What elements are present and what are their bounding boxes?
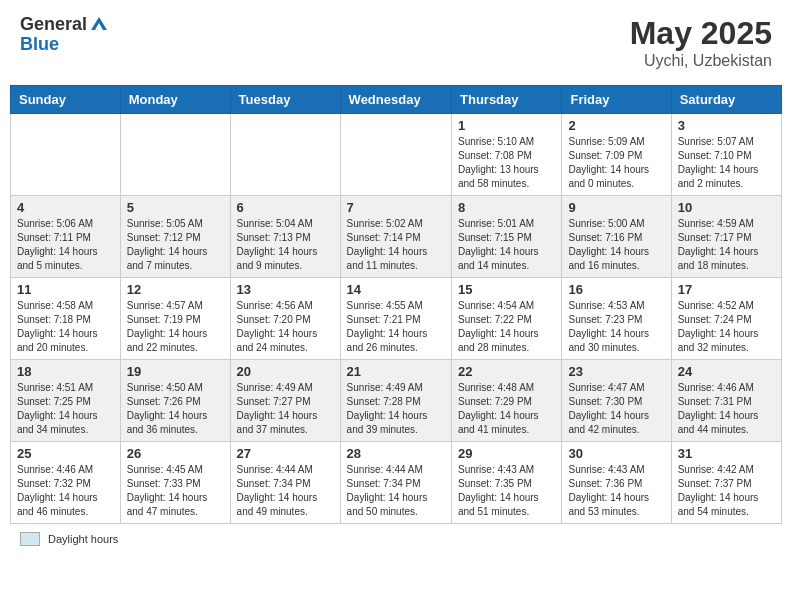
legend-label: Daylight hours: [48, 533, 118, 545]
day-number: 6: [237, 200, 334, 215]
calendar-cell: [230, 114, 340, 196]
calendar-cell: 30Sunrise: 4:43 AM Sunset: 7:36 PM Dayli…: [562, 442, 671, 524]
calendar-cell: 19Sunrise: 4:50 AM Sunset: 7:26 PM Dayli…: [120, 360, 230, 442]
calendar-day-header: Monday: [120, 86, 230, 114]
calendar-cell: 21Sunrise: 4:49 AM Sunset: 7:28 PM Dayli…: [340, 360, 451, 442]
calendar-cell: 12Sunrise: 4:57 AM Sunset: 7:19 PM Dayli…: [120, 278, 230, 360]
logo-blue-text: Blue: [20, 35, 109, 55]
day-number: 28: [347, 446, 445, 461]
day-info: Sunrise: 5:04 AM Sunset: 7:13 PM Dayligh…: [237, 217, 334, 273]
day-number: 7: [347, 200, 445, 215]
day-info: Sunrise: 4:56 AM Sunset: 7:20 PM Dayligh…: [237, 299, 334, 355]
calendar-week-row: 11Sunrise: 4:58 AM Sunset: 7:18 PM Dayli…: [11, 278, 782, 360]
calendar-cell: 24Sunrise: 4:46 AM Sunset: 7:31 PM Dayli…: [671, 360, 781, 442]
day-number: 3: [678, 118, 775, 133]
day-number: 1: [458, 118, 555, 133]
calendar-cell: 28Sunrise: 4:44 AM Sunset: 7:34 PM Dayli…: [340, 442, 451, 524]
day-info: Sunrise: 4:45 AM Sunset: 7:33 PM Dayligh…: [127, 463, 224, 519]
day-info: Sunrise: 4:53 AM Sunset: 7:23 PM Dayligh…: [568, 299, 664, 355]
calendar-table: SundayMondayTuesdayWednesdayThursdayFrid…: [10, 85, 782, 524]
day-info: Sunrise: 4:46 AM Sunset: 7:31 PM Dayligh…: [678, 381, 775, 437]
day-number: 5: [127, 200, 224, 215]
calendar-cell: [340, 114, 451, 196]
calendar-cell: 26Sunrise: 4:45 AM Sunset: 7:33 PM Dayli…: [120, 442, 230, 524]
day-info: Sunrise: 5:00 AM Sunset: 7:16 PM Dayligh…: [568, 217, 664, 273]
day-info: Sunrise: 4:49 AM Sunset: 7:27 PM Dayligh…: [237, 381, 334, 437]
calendar-cell: 4Sunrise: 5:06 AM Sunset: 7:11 PM Daylig…: [11, 196, 121, 278]
calendar-cell: 27Sunrise: 4:44 AM Sunset: 7:34 PM Dayli…: [230, 442, 340, 524]
calendar-cell: 29Sunrise: 4:43 AM Sunset: 7:35 PM Dayli…: [452, 442, 562, 524]
calendar-cell: 10Sunrise: 4:59 AM Sunset: 7:17 PM Dayli…: [671, 196, 781, 278]
day-info: Sunrise: 4:58 AM Sunset: 7:18 PM Dayligh…: [17, 299, 114, 355]
calendar-header-row: SundayMondayTuesdayWednesdayThursdayFrid…: [11, 86, 782, 114]
page-header: General Blue May 2025 Uychi, Uzbekistan: [10, 10, 782, 75]
calendar-week-row: 1Sunrise: 5:10 AM Sunset: 7:08 PM Daylig…: [11, 114, 782, 196]
day-info: Sunrise: 4:43 AM Sunset: 7:35 PM Dayligh…: [458, 463, 555, 519]
day-info: Sunrise: 4:47 AM Sunset: 7:30 PM Dayligh…: [568, 381, 664, 437]
day-number: 18: [17, 364, 114, 379]
day-info: Sunrise: 4:48 AM Sunset: 7:29 PM Dayligh…: [458, 381, 555, 437]
day-info: Sunrise: 4:52 AM Sunset: 7:24 PM Dayligh…: [678, 299, 775, 355]
calendar-week-row: 18Sunrise: 4:51 AM Sunset: 7:25 PM Dayli…: [11, 360, 782, 442]
legend-color-box: [20, 532, 40, 546]
day-info: Sunrise: 5:10 AM Sunset: 7:08 PM Dayligh…: [458, 135, 555, 191]
day-number: 8: [458, 200, 555, 215]
calendar-day-header: Wednesday: [340, 86, 451, 114]
day-number: 26: [127, 446, 224, 461]
day-number: 12: [127, 282, 224, 297]
calendar-cell: 16Sunrise: 4:53 AM Sunset: 7:23 PM Dayli…: [562, 278, 671, 360]
day-info: Sunrise: 4:51 AM Sunset: 7:25 PM Dayligh…: [17, 381, 114, 437]
calendar-cell: 8Sunrise: 5:01 AM Sunset: 7:15 PM Daylig…: [452, 196, 562, 278]
calendar-cell: 2Sunrise: 5:09 AM Sunset: 7:09 PM Daylig…: [562, 114, 671, 196]
calendar-day-header: Tuesday: [230, 86, 340, 114]
day-info: Sunrise: 4:59 AM Sunset: 7:17 PM Dayligh…: [678, 217, 775, 273]
day-number: 31: [678, 446, 775, 461]
day-info: Sunrise: 5:02 AM Sunset: 7:14 PM Dayligh…: [347, 217, 445, 273]
calendar-cell: 13Sunrise: 4:56 AM Sunset: 7:20 PM Dayli…: [230, 278, 340, 360]
day-number: 19: [127, 364, 224, 379]
calendar-day-header: Friday: [562, 86, 671, 114]
day-number: 14: [347, 282, 445, 297]
calendar-cell: 9Sunrise: 5:00 AM Sunset: 7:16 PM Daylig…: [562, 196, 671, 278]
calendar-cell: 15Sunrise: 4:54 AM Sunset: 7:22 PM Dayli…: [452, 278, 562, 360]
day-info: Sunrise: 5:06 AM Sunset: 7:11 PM Dayligh…: [17, 217, 114, 273]
day-info: Sunrise: 4:50 AM Sunset: 7:26 PM Dayligh…: [127, 381, 224, 437]
calendar-cell: 20Sunrise: 4:49 AM Sunset: 7:27 PM Dayli…: [230, 360, 340, 442]
day-number: 16: [568, 282, 664, 297]
day-info: Sunrise: 4:43 AM Sunset: 7:36 PM Dayligh…: [568, 463, 664, 519]
calendar-cell: 18Sunrise: 4:51 AM Sunset: 7:25 PM Dayli…: [11, 360, 121, 442]
calendar-cell: 31Sunrise: 4:42 AM Sunset: 7:37 PM Dayli…: [671, 442, 781, 524]
calendar-footer: Daylight hours: [10, 532, 782, 546]
calendar-cell: 25Sunrise: 4:46 AM Sunset: 7:32 PM Dayli…: [11, 442, 121, 524]
day-info: Sunrise: 5:05 AM Sunset: 7:12 PM Dayligh…: [127, 217, 224, 273]
day-info: Sunrise: 4:57 AM Sunset: 7:19 PM Dayligh…: [127, 299, 224, 355]
month-title: May 2025: [630, 15, 772, 52]
day-info: Sunrise: 4:42 AM Sunset: 7:37 PM Dayligh…: [678, 463, 775, 519]
calendar-cell: 6Sunrise: 5:04 AM Sunset: 7:13 PM Daylig…: [230, 196, 340, 278]
day-number: 11: [17, 282, 114, 297]
logo-icon: [89, 15, 109, 35]
day-number: 25: [17, 446, 114, 461]
day-number: 2: [568, 118, 664, 133]
day-number: 13: [237, 282, 334, 297]
calendar-cell: 7Sunrise: 5:02 AM Sunset: 7:14 PM Daylig…: [340, 196, 451, 278]
day-number: 20: [237, 364, 334, 379]
day-info: Sunrise: 5:07 AM Sunset: 7:10 PM Dayligh…: [678, 135, 775, 191]
calendar-week-row: 4Sunrise: 5:06 AM Sunset: 7:11 PM Daylig…: [11, 196, 782, 278]
day-info: Sunrise: 4:55 AM Sunset: 7:21 PM Dayligh…: [347, 299, 445, 355]
day-info: Sunrise: 4:49 AM Sunset: 7:28 PM Dayligh…: [347, 381, 445, 437]
calendar-week-row: 25Sunrise: 4:46 AM Sunset: 7:32 PM Dayli…: [11, 442, 782, 524]
day-info: Sunrise: 5:09 AM Sunset: 7:09 PM Dayligh…: [568, 135, 664, 191]
location-text: Uychi, Uzbekistan: [630, 52, 772, 70]
calendar-cell: 11Sunrise: 4:58 AM Sunset: 7:18 PM Dayli…: [11, 278, 121, 360]
calendar-cell: 22Sunrise: 4:48 AM Sunset: 7:29 PM Dayli…: [452, 360, 562, 442]
day-number: 21: [347, 364, 445, 379]
day-number: 27: [237, 446, 334, 461]
day-info: Sunrise: 4:54 AM Sunset: 7:22 PM Dayligh…: [458, 299, 555, 355]
day-info: Sunrise: 4:46 AM Sunset: 7:32 PM Dayligh…: [17, 463, 114, 519]
day-number: 9: [568, 200, 664, 215]
day-number: 10: [678, 200, 775, 215]
day-number: 29: [458, 446, 555, 461]
calendar-cell: 5Sunrise: 5:05 AM Sunset: 7:12 PM Daylig…: [120, 196, 230, 278]
calendar-day-header: Sunday: [11, 86, 121, 114]
